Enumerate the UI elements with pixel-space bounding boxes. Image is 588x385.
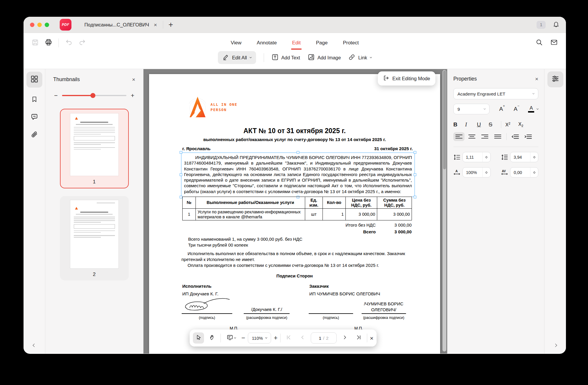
comment-icon <box>31 113 38 122</box>
zoom-in-button[interactable]: + <box>274 334 278 342</box>
search-icon[interactable] <box>536 39 543 47</box>
link-button[interactable]: Link <box>348 54 371 62</box>
align-justify-button[interactable] <box>492 132 503 141</box>
align-right-button[interactable] <box>479 132 490 141</box>
chevron-down-icon[interactable] <box>537 108 539 110</box>
align-center-button[interactable] <box>466 132 477 141</box>
tab-annotate[interactable]: Annotate <box>257 40 277 46</box>
subscript-button[interactable]: X2 <box>518 122 531 128</box>
cell-price: 3 000,00 <box>346 209 377 220</box>
thumbnails-panel-button[interactable] <box>26 72 42 88</box>
collapse-sidebar-button[interactable] <box>33 342 36 348</box>
line-spacing-value: 1,11 <box>463 152 482 162</box>
selected-text-block[interactable]: ИНДИВИДУАЛЬНЫЙ ПРЕДПРИНИМАТЕЛЬ ЧУМИЧЕВ Б… <box>181 153 415 197</box>
redo-icon[interactable] <box>79 39 86 47</box>
new-tab-button[interactable]: + <box>168 21 173 29</box>
next-page-button[interactable] <box>339 332 350 344</box>
color-swatch <box>528 111 534 113</box>
collapse-properties-button[interactable] <box>554 342 557 348</box>
line-spacing-stepper[interactable]: 1,11 <box>462 152 491 162</box>
page-number-input[interactable]: 1 / 2 <box>311 332 337 344</box>
first-page-button[interactable] <box>283 332 294 344</box>
last-page-button[interactable] <box>353 332 364 344</box>
add-text-button[interactable]: Add Text <box>272 54 300 62</box>
decrease-font-size-button[interactable]: A− <box>514 106 519 112</box>
attachments-panel-button[interactable] <box>29 130 40 140</box>
add-image-button[interactable]: Add Image <box>308 54 341 62</box>
decrease-indent-button[interactable] <box>510 132 521 141</box>
last-page-icon <box>356 335 361 341</box>
selection-handle[interactable] <box>180 173 182 176</box>
tab-close-icon[interactable]: × <box>154 22 157 28</box>
select-tool-button[interactable] <box>193 332 204 344</box>
selection-handle[interactable] <box>297 151 299 154</box>
save-icon[interactable] <box>32 39 39 47</box>
thumbnail-size-slider[interactable] <box>62 95 126 96</box>
paragraph-spacing-stepper[interactable]: 3,94 <box>510 152 538 162</box>
selection-handle[interactable] <box>414 196 416 198</box>
selection-handle[interactable] <box>180 151 182 154</box>
increase-indent-button[interactable] <box>522 132 534 141</box>
selection-handle[interactable] <box>180 196 182 198</box>
logo-triangle <box>189 96 206 119</box>
thumbnail-size-decrease-button[interactable]: − <box>54 92 58 98</box>
undo-icon[interactable] <box>65 39 72 47</box>
bookmarks-panel-button[interactable] <box>29 95 40 105</box>
page-thumbnail-1[interactable]: 1 <box>60 109 129 188</box>
selection-handle[interactable] <box>414 173 416 176</box>
italic-button[interactable]: I <box>465 121 477 128</box>
svg-text:AV: AV <box>502 170 506 173</box>
print-icon[interactable] <box>45 39 52 47</box>
obligations-paragraph: Исполнитель выполнил все обязательства в… <box>181 251 415 262</box>
mail-icon[interactable] <box>550 39 558 47</box>
horizontal-scale-stepper[interactable]: 100% <box>462 167 491 178</box>
comments-panel-button[interactable] <box>29 112 40 123</box>
decode-caption: (расшифровка подписи) <box>355 316 412 320</box>
superscript-button[interactable]: X2 <box>505 122 518 128</box>
cell-unit: шт <box>305 209 323 220</box>
character-spacing-stepper[interactable]: 0,00 <box>510 167 538 178</box>
view-mode-button[interactable] <box>223 332 239 344</box>
minimize-window-button[interactable] <box>37 23 42 27</box>
thumbnail-size-increase-button[interactable]: + <box>131 92 134 98</box>
font-color-button[interactable]: A <box>528 106 534 113</box>
stepper-down-icon[interactable] <box>485 171 487 173</box>
sliders-icon <box>552 75 559 84</box>
zoom-level-value: 110% <box>252 336 263 341</box>
zoom-window-button[interactable] <box>45 23 49 27</box>
document-tab[interactable]: Подписанны...С_ОЛЕГОВИЧ × <box>84 22 157 28</box>
edit-all-button[interactable]: Edit All <box>218 51 256 64</box>
exit-editing-mode-button[interactable]: Exit Editing Mode <box>378 71 435 86</box>
document-scrollbar[interactable] <box>442 70 446 351</box>
act-title: АКТ № 10 от 31 октября 2025 г. <box>149 127 440 135</box>
close-dock-button[interactable]: × <box>370 335 373 341</box>
page-1-preview <box>70 113 118 176</box>
tab-view[interactable]: View <box>231 40 242 46</box>
zoom-out-button[interactable]: − <box>241 334 245 342</box>
app-window: PDF Подписанны...С_ОЛЕГОВИЧ × + 1 View A… <box>24 17 566 354</box>
stepper-down-icon[interactable] <box>485 156 487 158</box>
scrollbar-thumb[interactable] <box>443 71 446 169</box>
zoom-level-dropdown[interactable]: 110% <box>248 332 271 344</box>
align-left-button[interactable] <box>453 132 465 141</box>
increase-font-size-button[interactable]: A+ <box>499 106 505 112</box>
underline-button[interactable]: U <box>477 121 489 128</box>
thumbnails-close-icon[interactable]: × <box>132 77 135 82</box>
page-thumbnail-2[interactable]: 2 <box>60 196 129 280</box>
properties-close-icon[interactable]: × <box>535 76 538 82</box>
tab-edit[interactable]: Edit <box>292 40 300 46</box>
close-window-button[interactable] <box>30 23 34 27</box>
selection-handle[interactable] <box>414 151 416 154</box>
tab-count-badge[interactable]: 1 <box>537 21 546 29</box>
font-family-dropdown[interactable]: Academy Engraved LET <box>453 88 538 99</box>
font-size-dropdown[interactable]: 9 <box>453 104 490 114</box>
bell-icon[interactable] <box>553 21 559 29</box>
properties-panel-button[interactable] <box>547 71 563 87</box>
slider-knob[interactable] <box>91 93 96 98</box>
previous-page-button[interactable] <box>297 332 308 344</box>
tab-protect[interactable]: Protect <box>343 40 359 46</box>
strikethrough-button[interactable]: S <box>489 121 500 128</box>
tab-page[interactable]: Page <box>316 40 328 46</box>
bold-button[interactable]: B <box>453 121 465 128</box>
hand-tool-button[interactable] <box>207 332 218 344</box>
